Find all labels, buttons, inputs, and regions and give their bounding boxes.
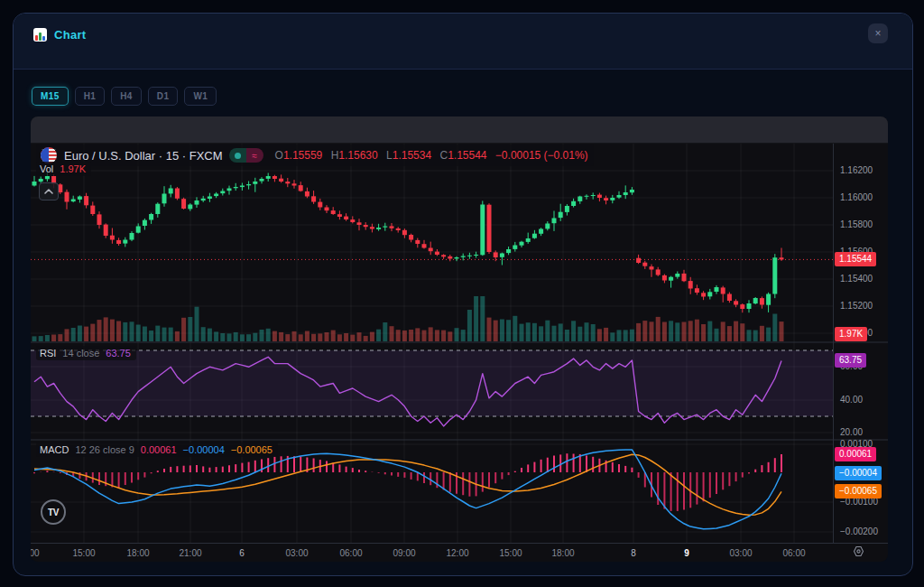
window-header: Chart × — [14, 14, 912, 70]
bar-chart-icon — [33, 28, 47, 42]
tradingview-logo[interactable]: TV — [41, 499, 66, 525]
timeframe-d1[interactable]: D1 — [148, 87, 179, 106]
chart-grid — [31, 143, 888, 543]
timeframe-h4[interactable]: H4 — [111, 87, 142, 106]
price-axis-separator — [833, 143, 834, 543]
chevron-up-icon — [40, 183, 58, 200]
tradingview-widget: Euro / U.S. Dollar · 15 · FXCM ≈ O1.1555… — [31, 116, 888, 562]
timeframe-m15[interactable]: M15 — [32, 87, 69, 106]
rsi-pane — [31, 350, 833, 426]
timeframe-w1[interactable]: W1 — [184, 87, 217, 106]
time-axis-settings-icon[interactable] — [852, 545, 865, 562]
chart-window: Chart × M15H1H4D1W1 Euro / U.S. Dollar ·… — [13, 13, 913, 576]
macd-pane — [34, 450, 781, 529]
collapse-legend-button[interactable] — [39, 182, 59, 200]
close-button[interactable]: × — [868, 23, 888, 43]
timeframe-h1[interactable]: H1 — [75, 87, 106, 106]
chart-canvas[interactable] — [31, 116, 888, 562]
chart-toolbar — [31, 116, 888, 144]
window-title: Chart — [54, 28, 86, 42]
timeframe-row: M15H1H4D1W1 — [32, 87, 217, 106]
time-axis-separator — [31, 543, 888, 544]
